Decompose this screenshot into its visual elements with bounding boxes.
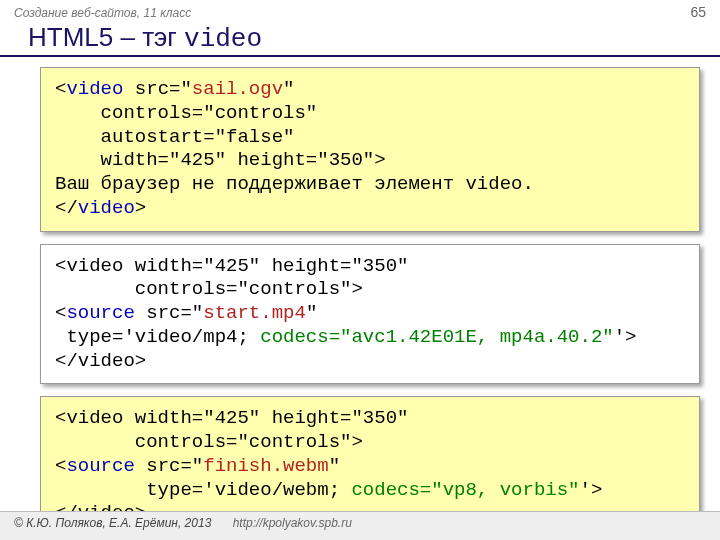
tag-video: video (66, 78, 123, 100)
title-prefix: HTML5 – тэг (28, 22, 184, 52)
slide-title: HTML5 – тэг video (0, 20, 720, 57)
code-line: controls="controls" (55, 102, 317, 124)
attr: type='video/webm; (55, 479, 351, 501)
code-line: controls="controls"> (55, 431, 363, 453)
tag-video-close: video (78, 197, 135, 219)
lt: </ (55, 197, 78, 219)
gt: > (135, 197, 146, 219)
q: " (283, 78, 294, 100)
slide-header: Создание веб-сайтов, 11 класс 65 (0, 0, 720, 20)
code-line: </video> (55, 350, 146, 372)
q: '> (614, 326, 637, 348)
title-tag: video (184, 24, 262, 54)
footer-url: http://kpolyakov.spb.ru (233, 516, 352, 530)
attr: src=" (123, 78, 191, 100)
code-line: autostart="false" (55, 126, 294, 148)
attr: src=" (135, 455, 203, 477)
lt: < (55, 78, 66, 100)
copyright: © К.Ю. Поляков, Е.А. Ерёмин, 2013 (14, 516, 211, 530)
page-number: 65 (690, 4, 706, 20)
code-line: <video width="425" height="350" (55, 255, 408, 277)
attr: type='video/mp4; (55, 326, 260, 348)
code-block-2: <video width="425" height="350" controls… (40, 244, 700, 385)
codecs-value: codecs="avc1.42E01E, mp4a.40.2" (260, 326, 613, 348)
attr: src=" (135, 302, 203, 324)
course-name: Создание веб-сайтов, 11 класс (14, 6, 191, 20)
lt: < (55, 302, 66, 324)
q: " (329, 455, 340, 477)
src-value: start.mp4 (203, 302, 306, 324)
code-line: <video width="425" height="350" (55, 407, 408, 429)
slide-footer: © К.Ю. Поляков, Е.А. Ерёмин, 2013 http:/… (0, 511, 720, 540)
codecs-value: codecs="vp8, vorbis" (351, 479, 579, 501)
code-block-1: <video src="sail.ogv" controls="controls… (40, 67, 700, 232)
code-line: controls="controls"> (55, 278, 363, 300)
src-value: finish.webm (203, 455, 328, 477)
tag-source: source (66, 302, 134, 324)
q: " (306, 302, 317, 324)
lt: < (55, 455, 66, 477)
src-value: sail.ogv (192, 78, 283, 100)
q: '> (580, 479, 603, 501)
code-line: width="425" height="350"> (55, 149, 386, 171)
fallback-text: Ваш браузер не поддерживает элемент vide… (55, 173, 534, 195)
tag-source: source (66, 455, 134, 477)
